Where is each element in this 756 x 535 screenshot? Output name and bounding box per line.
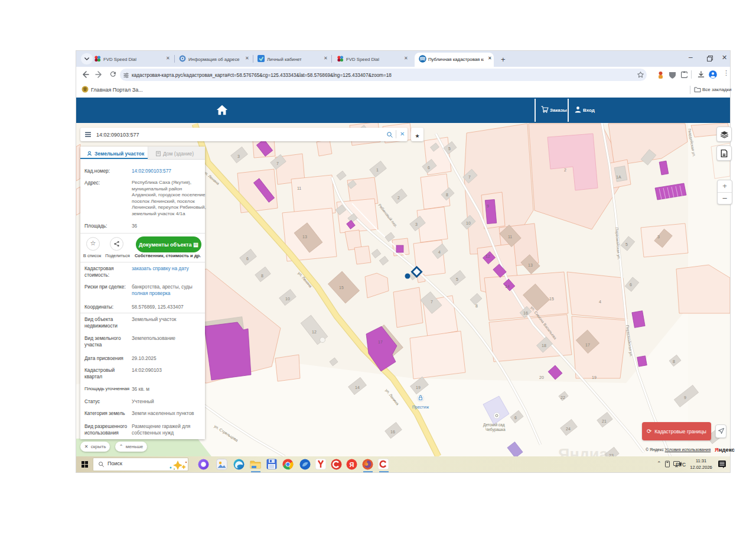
svg-text:Детский сад: Детский сад xyxy=(483,423,505,427)
svg-text:8: 8 xyxy=(261,274,263,278)
svg-text:15: 15 xyxy=(339,286,344,290)
svg-text:Чебурашка: Чебурашка xyxy=(485,427,506,432)
svg-text:14: 14 xyxy=(355,385,360,390)
svg-text:21: 21 xyxy=(602,419,607,423)
svg-text:1: 1 xyxy=(376,168,379,172)
svg-text:13: 13 xyxy=(302,235,307,239)
svg-text:7: 7 xyxy=(276,161,279,166)
svg-text:9: 9 xyxy=(684,395,686,400)
svg-text:6: 6 xyxy=(630,283,632,287)
svg-text:4: 4 xyxy=(438,250,441,254)
svg-text:12: 12 xyxy=(312,330,317,334)
svg-text:7: 7 xyxy=(468,175,471,179)
svg-text:19: 19 xyxy=(416,385,421,390)
svg-text:5: 5 xyxy=(625,242,628,247)
svg-text:8: 8 xyxy=(475,304,478,308)
svg-text:6: 6 xyxy=(428,166,430,170)
svg-text:22: 22 xyxy=(561,395,565,400)
svg-text:10: 10 xyxy=(285,297,290,301)
svg-text:7: 7 xyxy=(431,300,433,304)
svg-text:12: 12 xyxy=(485,254,490,258)
svg-text:13: 13 xyxy=(528,263,533,267)
svg-text:10: 10 xyxy=(466,221,471,225)
svg-text:16: 16 xyxy=(523,311,528,315)
svg-text:15: 15 xyxy=(549,297,554,301)
svg-text:8: 8 xyxy=(446,193,448,197)
svg-text:18: 18 xyxy=(542,343,546,348)
svg-text:Престиж: Престиж xyxy=(412,405,429,410)
svg-text:16: 16 xyxy=(390,430,395,434)
svg-text:3: 3 xyxy=(237,154,240,158)
svg-text:Яндиа: Яндиа xyxy=(558,446,608,456)
svg-text:17: 17 xyxy=(585,343,590,347)
svg-text:6: 6 xyxy=(514,416,517,420)
svg-text:19: 19 xyxy=(592,375,597,380)
svg-text:17: 17 xyxy=(378,340,383,344)
svg-text:Я: Я xyxy=(350,461,354,468)
svg-text:6: 6 xyxy=(246,257,249,261)
svg-text:9: 9 xyxy=(487,204,489,208)
svg-text:11: 11 xyxy=(297,186,301,190)
svg-text:24: 24 xyxy=(566,427,571,431)
svg-text:8: 8 xyxy=(673,359,675,364)
svg-text:5: 5 xyxy=(456,277,458,281)
svg-text:11: 11 xyxy=(508,235,512,239)
svg-text:2: 2 xyxy=(564,168,566,172)
svg-text:1А: 1А xyxy=(616,175,621,179)
svg-text:3: 3 xyxy=(415,222,418,226)
svg-text:20: 20 xyxy=(539,375,544,380)
svg-text:4: 4 xyxy=(599,300,601,304)
svg-text:2: 2 xyxy=(397,196,400,200)
svg-text:14: 14 xyxy=(505,284,510,288)
svg-text:5: 5 xyxy=(448,147,451,151)
svg-text:3: 3 xyxy=(657,235,660,239)
